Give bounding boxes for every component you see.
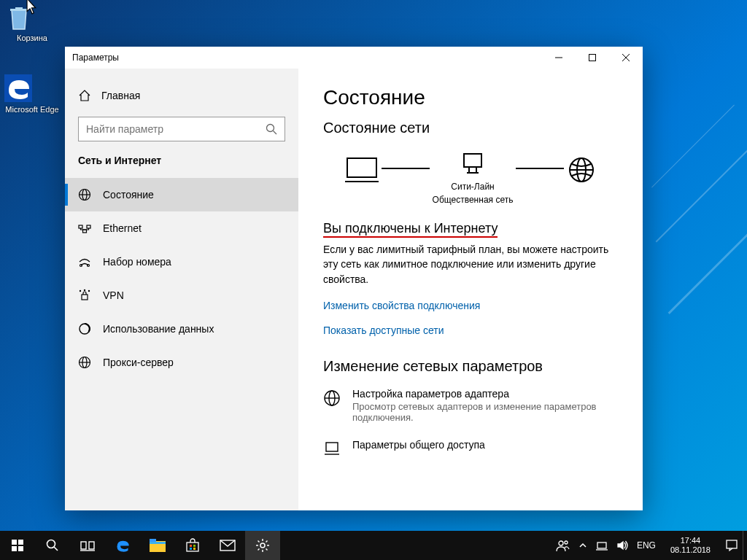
proxy-icon bbox=[78, 356, 91, 369]
svg-rect-38 bbox=[12, 546, 17, 551]
taskbar-explorer[interactable] bbox=[140, 531, 175, 560]
svg-point-54 bbox=[260, 543, 265, 548]
network-diagram: Сити-Лайн Общественная сеть bbox=[323, 149, 618, 205]
taskbar-store[interactable] bbox=[175, 531, 210, 560]
svg-point-40 bbox=[47, 540, 55, 548]
svg-rect-57 bbox=[597, 542, 606, 548]
svg-line-6 bbox=[274, 131, 277, 135]
start-button[interactable] bbox=[0, 531, 35, 560]
people-icon[interactable] bbox=[555, 538, 570, 553]
svg-rect-23 bbox=[347, 158, 376, 177]
sidebar: Главная Сеть и Интернет Состояние Ethern… bbox=[65, 69, 298, 510]
network-tray-icon[interactable] bbox=[596, 540, 608, 551]
svg-rect-43 bbox=[89, 542, 94, 549]
window-title: Параметры bbox=[72, 52, 119, 63]
settings-window: Параметры Главная Сеть и Интернет Состоя… bbox=[65, 47, 643, 510]
show-desktop[interactable] bbox=[743, 531, 747, 560]
datausage-icon bbox=[78, 322, 91, 335]
svg-rect-42 bbox=[81, 542, 86, 549]
sidebar-item-datausage[interactable]: Использование данных bbox=[65, 312, 298, 346]
edge-shortcut[interactable]: Microsoft Edge bbox=[4, 74, 60, 114]
system-tray: ENG 17:44 08.11.2018 bbox=[551, 536, 743, 554]
network-type: Общественная сеть bbox=[433, 195, 514, 205]
taskbar: ENG 17:44 08.11.2018 bbox=[0, 531, 747, 560]
svg-point-55 bbox=[559, 541, 563, 545]
close-button[interactable] bbox=[609, 47, 643, 69]
svg-rect-52 bbox=[193, 548, 196, 550]
sidebar-item-proxy[interactable]: Прокси-сервер bbox=[65, 346, 298, 379]
home-icon bbox=[78, 89, 91, 102]
svg-point-17 bbox=[84, 289, 85, 290]
clock[interactable]: 17:44 08.11.2018 bbox=[665, 536, 716, 554]
svg-rect-39 bbox=[18, 546, 23, 551]
tray-chevron-up-icon[interactable] bbox=[578, 541, 587, 550]
adapter-icon bbox=[323, 389, 341, 423]
sidebar-item-label: Состояние bbox=[103, 189, 154, 201]
sidebar-item-label: Ethernet bbox=[103, 222, 142, 234]
svg-point-56 bbox=[565, 541, 568, 544]
internet-icon bbox=[567, 155, 596, 184]
content-pane: Состояние Состояние сети Сити-Лайн Общес… bbox=[298, 69, 643, 510]
recycle-bin-icon bbox=[4, 3, 60, 32]
sidebar-item-dialup[interactable]: Набор номера bbox=[65, 245, 298, 279]
link-show-networks[interactable]: Показать доступные сети bbox=[323, 324, 618, 336]
svg-rect-49 bbox=[190, 545, 192, 547]
sidebar-item-label: Использование данных bbox=[103, 323, 214, 335]
clock-date: 08.11.2018 bbox=[670, 545, 711, 555]
svg-rect-12 bbox=[83, 230, 87, 233]
svg-point-18 bbox=[88, 290, 89, 291]
home-button[interactable]: Главная bbox=[65, 82, 298, 109]
sidebar-item-status[interactable]: Состояние bbox=[65, 178, 298, 211]
dialup-icon bbox=[78, 255, 91, 268]
taskbar-edge[interactable] bbox=[105, 531, 140, 560]
edge-icon bbox=[4, 74, 60, 104]
svg-rect-50 bbox=[193, 545, 196, 547]
search-input[interactable] bbox=[78, 117, 285, 141]
taskbar-search[interactable] bbox=[35, 531, 70, 560]
option-adapter[interactable]: Настройка параметров адаптера Просмотр с… bbox=[323, 388, 618, 423]
page-title: Состояние bbox=[323, 86, 618, 109]
svg-rect-59 bbox=[727, 540, 737, 548]
language-indicator[interactable]: ENG bbox=[637, 540, 656, 551]
svg-rect-25 bbox=[464, 154, 481, 167]
status-heading: Вы подключены к Интернету bbox=[323, 221, 498, 238]
sidebar-item-ethernet[interactable]: Ethernet bbox=[65, 211, 298, 245]
sidebar-item-label: Набор номера bbox=[103, 256, 171, 268]
vpn-icon bbox=[78, 289, 91, 302]
sidebar-item-vpn[interactable]: VPN bbox=[65, 279, 298, 312]
svg-rect-37 bbox=[18, 540, 23, 545]
task-view-button[interactable] bbox=[70, 531, 105, 560]
edge-label: Microsoft Edge bbox=[4, 105, 60, 114]
category-header: Сеть и Интернет bbox=[65, 155, 298, 178]
home-label: Главная bbox=[101, 90, 140, 101]
svg-rect-47 bbox=[150, 542, 166, 544]
option-sharing[interactable]: Параметры общего доступа bbox=[323, 439, 618, 458]
search-icon bbox=[266, 123, 277, 135]
clock-time: 17:44 bbox=[670, 536, 711, 545]
ethernet-icon bbox=[78, 222, 91, 235]
recycle-bin[interactable]: Корзина bbox=[4, 3, 60, 42]
network-name: Сити-Лайн bbox=[451, 182, 494, 192]
svg-rect-48 bbox=[187, 542, 198, 551]
minimize-button[interactable] bbox=[542, 47, 576, 69]
globe-icon bbox=[78, 188, 91, 201]
sharing-icon bbox=[323, 440, 341, 458]
section-change-params: Изменение сетевых параметров bbox=[323, 358, 618, 375]
taskbar-settings[interactable] bbox=[245, 531, 280, 560]
volume-icon[interactable] bbox=[616, 540, 628, 551]
notifications-icon[interactable] bbox=[725, 539, 738, 552]
svg-rect-26 bbox=[469, 167, 476, 173]
sidebar-item-label: VPN bbox=[103, 289, 124, 301]
svg-rect-11 bbox=[87, 225, 90, 228]
svg-rect-2 bbox=[589, 55, 596, 61]
svg-rect-36 bbox=[12, 540, 17, 545]
taskbar-mail[interactable] bbox=[210, 531, 245, 560]
svg-line-41 bbox=[54, 547, 58, 551]
titlebar[interactable]: Параметры bbox=[65, 47, 643, 69]
adapter-sub: Просмотр сетевых адаптеров и изменение п… bbox=[352, 401, 618, 423]
sidebar-item-label: Прокси-сервер bbox=[103, 357, 174, 368]
svg-rect-15 bbox=[82, 295, 88, 300]
link-change-properties[interactable]: Изменить свойства подключения bbox=[323, 300, 618, 311]
section-network-state: Состояние сети bbox=[323, 120, 618, 136]
maximize-button[interactable] bbox=[576, 47, 609, 69]
